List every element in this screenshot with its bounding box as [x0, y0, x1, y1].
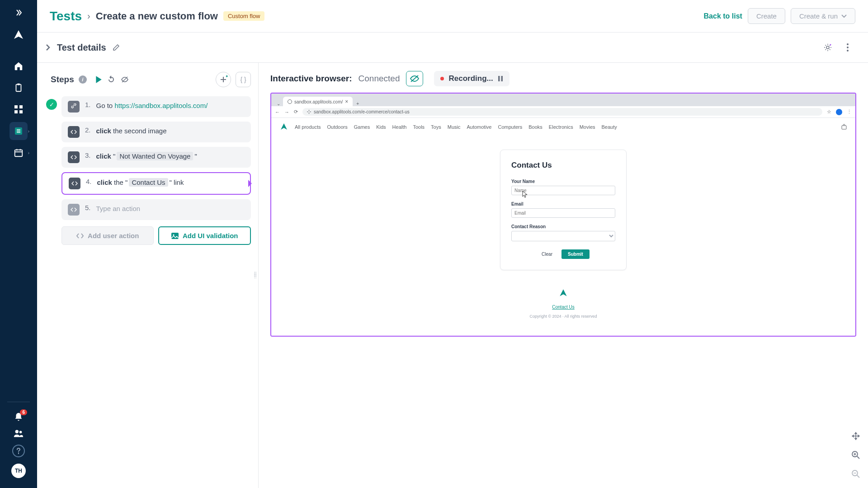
nav-link[interactable]: Health [392, 124, 407, 130]
chevron-right-icon: › [28, 129, 29, 134]
svg-rect-10 [15, 150, 23, 157]
divider [7, 402, 30, 402]
page-header: Tests › Create a new custom flow Custom … [37, 0, 868, 33]
step-status-success-icon: ✓ [46, 99, 57, 110]
expand-details-button[interactable] [45, 44, 51, 51]
name-input[interactable] [511, 186, 615, 195]
cart-icon[interactable] [841, 124, 847, 130]
email-input[interactable] [511, 208, 615, 218]
nav-link[interactable]: Automotive [467, 124, 491, 130]
flow-type-badge: Custom flow [223, 11, 265, 21]
nav-link[interactable]: Games [354, 124, 370, 130]
recording-indicator: Recording... [434, 71, 509, 86]
tab-dropdown-icon[interactable]: ⌄ [274, 101, 283, 106]
step-row[interactable]: 2. click the second image [46, 122, 251, 142]
settings-sparkle-button[interactable] [820, 40, 835, 55]
reason-select[interactable] [511, 231, 615, 241]
sidebar-item-users[interactable] [13, 428, 24, 438]
nav-link[interactable]: Tools [413, 124, 425, 130]
breadcrumb: Tests › Create a new custom flow [50, 9, 218, 23]
svg-rect-0 [16, 84, 21, 92]
svg-rect-30 [309, 113, 309, 114]
chevron-right-icon: › [28, 150, 29, 155]
nav-link[interactable]: Beauty [602, 124, 617, 130]
contact-form: Contact Us Your Name Email Contact Reaso… [500, 150, 627, 270]
nav-link[interactable]: Computers [498, 124, 522, 130]
add-user-action-button[interactable]: Add user action [61, 226, 154, 245]
browser-forward-button[interactable]: → [284, 109, 289, 115]
submit-button[interactable]: Submit [561, 249, 590, 259]
browser-tab[interactable]: sandbox.applitools.com/ × [283, 97, 353, 106]
sidebar-item-calendar[interactable]: › [9, 144, 28, 162]
recording-label: Recording... [448, 74, 493, 83]
breadcrumb-current: Create a new custom flow [96, 10, 218, 22]
main-content: Tests › Create a new custom flow Custom … [37, 0, 868, 488]
help-button[interactable] [12, 445, 25, 457]
code-view-button[interactable]: { } [236, 72, 251, 87]
create-and-run-button[interactable]: Create & run [791, 8, 855, 24]
browser-frame: ⌄ sandbox.applitools.com/ × + ← → ⟳ sand… [270, 93, 856, 337]
close-tab-icon[interactable]: × [345, 99, 348, 105]
contact-title: Contact Us [511, 161, 615, 170]
sidebar-item-tests[interactable]: › [9, 122, 28, 140]
new-tab-button[interactable]: + [353, 101, 363, 106]
sidebar-item-home[interactable] [9, 57, 28, 75]
nav-link[interactable]: All products [295, 124, 321, 130]
add-ui-validation-button[interactable]: Add UI validation [158, 226, 251, 245]
move-button[interactable] [849, 429, 863, 443]
nav-link[interactable]: Movies [580, 124, 595, 130]
svg-rect-3 [19, 105, 23, 108]
browser-menu-icon[interactable]: ⋮ [847, 109, 852, 115]
step-row[interactable]: 3. click "Not Wanted On Voyage" [46, 147, 251, 168]
svg-rect-22 [171, 233, 179, 239]
notifications-button[interactable]: 6 [14, 412, 24, 422]
content-area: Steps i ✦ { } ✓ [37, 63, 868, 488]
nav-link[interactable]: Outdoors [327, 124, 347, 130]
nav-link[interactable]: Music [448, 124, 461, 130]
browser-back-button[interactable]: ← [275, 109, 280, 115]
breadcrumb-root[interactable]: Tests [50, 9, 82, 23]
play-button[interactable] [95, 75, 102, 84]
create-button[interactable]: Create [748, 8, 785, 24]
step-row[interactable]: 5. Type an action [46, 199, 251, 220]
zoom-in-button[interactable] [849, 448, 863, 462]
notification-count: 6 [20, 409, 27, 415]
back-to-list-link[interactable]: Back to list [704, 12, 742, 20]
browser-reload-button[interactable]: ⟳ [294, 109, 298, 115]
nav-link[interactable]: Kids [376, 124, 386, 130]
restart-button[interactable] [107, 75, 116, 84]
toggle-visibility-button[interactable] [406, 71, 423, 86]
step-row[interactable]: ✓ 1. Go to https://sandbox.applitools.co… [46, 96, 251, 117]
url-field[interactable]: sandbox.applitools.com/e-commerce/contac… [302, 108, 822, 116]
sidebar-expand-button[interactable] [11, 5, 26, 20]
resize-handle[interactable]: ⠿⠿⠿ [254, 273, 257, 278]
step-row[interactable]: 4. click the "Contact Us" link [46, 172, 251, 195]
steps-label: Steps [51, 75, 74, 84]
clear-button[interactable]: Clear [537, 249, 557, 259]
browser-label: Interactive browser: [270, 74, 352, 84]
step-url[interactable]: https://sandbox.applitools.com/ [114, 102, 208, 109]
pause-button[interactable] [498, 75, 503, 82]
nav-link[interactable]: Toys [431, 124, 441, 130]
sidebar-item-clipboard[interactable] [9, 79, 28, 97]
info-icon[interactable]: i [79, 75, 87, 84]
profile-icon[interactable] [836, 109, 842, 115]
edit-button[interactable] [113, 44, 120, 51]
more-menu-button[interactable] [840, 40, 855, 55]
zoom-out-button[interactable] [849, 467, 863, 481]
svg-rect-25 [498, 76, 500, 81]
add-step-button[interactable]: ✦ [216, 72, 231, 87]
user-avatar[interactable]: TH [11, 464, 26, 478]
sidebar-item-apps[interactable] [9, 100, 28, 118]
disable-visual-button[interactable] [120, 75, 129, 84]
svg-rect-4 [14, 110, 18, 113]
site-logo-icon[interactable] [279, 122, 288, 131]
nav-link[interactable]: Electronics [549, 124, 573, 130]
nav-link[interactable]: Books [528, 124, 542, 130]
step-placeholder[interactable]: Type an action [96, 204, 141, 214]
svg-rect-2 [14, 105, 18, 108]
browser-url-bar: ← → ⟳ sandbox.applitools.com/e-commerce/… [271, 106, 855, 118]
bookmark-icon[interactable]: ☆ [827, 109, 831, 115]
step-text: click the "Contact Us" link [97, 178, 184, 188]
footer-contact-link[interactable]: Contact Us [271, 305, 855, 310]
